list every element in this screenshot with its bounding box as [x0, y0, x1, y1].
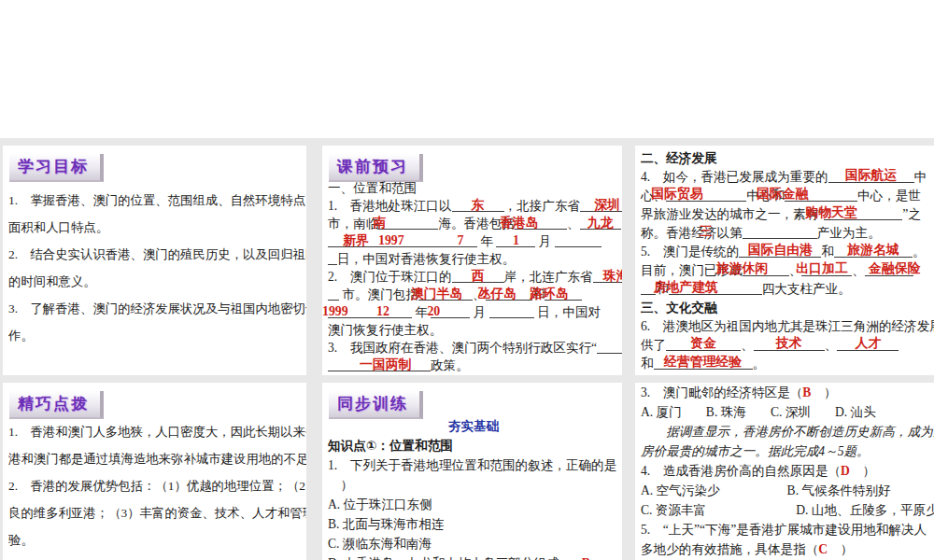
answer-text: 三 — [700, 222, 713, 241]
quiz-questions-body: 3. 澳门毗邻的经济特区是（B ）A. 厦门B. 珠海C. 深圳D. 汕头 据调… — [635, 383, 934, 560]
fill-in-blank: 氹仔岛 — [486, 287, 532, 301]
text-span: 二、经济发展 — [641, 151, 717, 165]
text-span: 5. “上天”“下海”是香港扩展城市建设用地和解决人 — [641, 523, 927, 537]
text-line: 1. 下列关于香港地理位置和范围的叙述，正确的是（A — [328, 455, 619, 475]
header-row: 学习目标 — [3, 146, 306, 179]
text-line: 澳门恢复行使主权。 — [328, 321, 619, 339]
text-span: ，北接广东省 — [504, 199, 581, 213]
sync-training-header: 同步训练 — [329, 391, 423, 419]
text-span: 澳门恢复行使主权。 — [328, 323, 442, 337]
fill-in-blank — [489, 305, 534, 318]
answer-text: 澳门半岛 — [411, 285, 462, 302]
fill-in-blank: 一国两制 — [328, 358, 431, 371]
text-span: 和 — [821, 245, 834, 259]
text-line: 目前，澳门已形成旅游休闲、出口加工、金融保险 — [641, 261, 931, 280]
header-row: 同步训练 — [322, 383, 622, 416]
panel-sync-training: 同步训练 夯实基础知识点①：位置和范围1. 下列关于香港地理位置和范围的叙述，正… — [322, 383, 622, 560]
text-line: 验。 — [8, 526, 304, 553]
text-span: D. 由香港岛、九龙和大屿山岛三部分组成 — [328, 556, 559, 560]
answer-text: 旅游休闲 — [716, 259, 768, 278]
fill-in-blank: 九龙 — [580, 217, 621, 230]
text-line: 据调查显示，香港房价不断创造历史新高，成为全球 — [641, 422, 931, 441]
fill-in-blank: 旅游名城 — [834, 245, 913, 258]
answer-text: 1999 — [322, 302, 348, 320]
text-span: 面积和人口特点。 — [8, 220, 108, 234]
text-span: 界旅游业发达的城市之一，素有“ — [641, 207, 824, 221]
text-span: D. 汕头 — [835, 405, 876, 419]
text-span: 的时间和意义。 — [8, 274, 96, 288]
answer-text: 东 — [472, 196, 485, 214]
text-span: 2. 香港的发展优势包括：（1）优越的地理位置；（2）优 — [8, 479, 306, 493]
fill-in-blank: 南 — [378, 217, 438, 230]
learning-goals-header: 学习目标 — [9, 154, 104, 182]
text-span: ） — [828, 542, 853, 556]
fill-in-blank: 国际航运 — [828, 170, 914, 183]
answer-text: 国际贸易 — [651, 185, 702, 203]
fill-in-blank: 出口加工 — [801, 263, 852, 276]
text-span: 验。 — [8, 533, 34, 547]
panel-preclass-preview: 课前预习 一、位置和范围1. 香港地处珠江口以东，北接广东省深圳市，南临南海。香… — [322, 146, 622, 375]
slide-page: { "colors":{"answer_red":"#cf2318","head… — [0, 0, 934, 560]
text-line: 和经营管理经验。 — [641, 355, 931, 373]
text-line: 夯实基础 — [328, 416, 619, 436]
fill-in-blank: 1999 — [328, 305, 380, 318]
panel-economic-development: 二、经济发展4. 如今，香港已发展成为重要的国际航运中心、国际贸易中心和国际金融… — [635, 146, 934, 375]
fill-in-blank: 东 — [452, 199, 504, 212]
answer-text: 国际自由港 — [748, 241, 813, 259]
text-span: 市。澳门包括 — [339, 287, 418, 301]
text-line: D. 由香港岛、九龙和大屿山岛三部分组成B — [328, 553, 619, 560]
text-span: 房价最贵的城市之一。据此完成4～5题。 — [641, 444, 870, 458]
answer-text: 深圳 — [594, 196, 620, 214]
text-line: 心、国际贸易中心和国际金融中心，是世 — [641, 187, 931, 205]
text-span: 5. 澳门是传统的 — [641, 245, 739, 259]
fill-in-blank: 金融保险 — [865, 263, 913, 276]
answer-text: 购物天堂 — [805, 203, 856, 222]
text-span: 3. 澳门毗邻的经济特区是（ — [641, 385, 802, 399]
text-span: 中 — [914, 170, 927, 184]
text-line: 市。澳门包括澳门半岛、氹仔岛和路环岛 — [328, 286, 619, 303]
answer-text: 南 — [373, 214, 386, 231]
text-line: 2. 澳门位于珠江口的西岸，北连广东省珠海 — [328, 268, 619, 286]
text-span: 良的维多利亚港；（3）丰富的资金、技术、人才和管理经 — [8, 506, 306, 520]
text-span: 、 — [825, 338, 838, 352]
text-span: 3. 了解香港、澳门的经济发展状况及与祖国内地密切合 — [8, 301, 306, 315]
fill-in-blank: 12 — [380, 305, 412, 318]
answer-text: 经营管理经验 — [664, 353, 742, 371]
answer-text: 1 — [513, 231, 519, 249]
text-span: B. 珠海 — [706, 405, 746, 419]
text-line: 二、经济发展 — [641, 149, 931, 168]
text-line: 199912 年 20 月 日，中国对 — [328, 303, 619, 321]
answer-text: 路环岛 — [530, 285, 569, 302]
text-span: C. 资源丰富 — [641, 503, 706, 517]
text-span: 、 — [567, 217, 580, 231]
text-line: 和房地产建筑四大支柱产业。 — [641, 280, 931, 299]
text-line: 的时间和意义。 — [8, 268, 304, 295]
text-line: 5. 澳门是传统的国际自由港和旅游名城。 — [641, 243, 931, 261]
text-span: A. 厦门 — [641, 405, 682, 419]
text-line: 港和澳门都是通过填海造地来弥补城市建设用地的不足。 — [8, 445, 304, 472]
fill-in-blank: 国际自由港 — [739, 245, 821, 258]
text-span: 中心，是世 — [857, 189, 921, 203]
text-line: 3. 我国政府在香港、澳门两个特别行政区实行“ — [328, 339, 619, 357]
text-line: 3. 澳门毗邻的经济特区是（B ） — [641, 383, 931, 402]
text-span: A. 位于珠江口东侧 — [328, 497, 432, 511]
answer-text: 人才 — [856, 334, 882, 353]
text-line: 1. 香港和澳门人多地狭，人口密度大，因此长期以来香 — [8, 418, 304, 445]
fill-in-blank: 香港岛 — [515, 217, 567, 230]
text-span: 据调查显示，香港房价不断创造历史新高，成为全球 — [641, 425, 934, 439]
text-span: 多地少的有效措施，具体是指（ — [641, 542, 818, 556]
text-line: A. 厦门B. 珠海C. 深圳D. 汕头 — [641, 402, 931, 422]
text-span: 2. 澳门位于珠江口的 — [328, 270, 452, 284]
panel-quiz-questions: 3. 澳门毗邻的经济特区是（B ）A. 厦门B. 珠海C. 深圳D. 汕头 据调… — [635, 383, 934, 560]
text-span: B. 气候条件特别好 — [787, 483, 891, 497]
answer-letter: C — [818, 542, 828, 556]
header-row: 课前预习 — [322, 146, 622, 179]
text-span: 知识点①：位置和范围 — [328, 439, 453, 453]
fill-in-blank: 人才 — [837, 338, 899, 351]
text-span: ） — [850, 464, 875, 478]
text-span: 四大支柱产业。 — [762, 282, 851, 296]
fill-in-blank: 珠海 — [593, 270, 622, 283]
fill-in-blank: 旅游休闲 — [743, 263, 789, 276]
text-span: 4. 如今，香港已发展成为重要的 — [641, 170, 828, 184]
text-span: 4. 造成香港房价高的自然原因是（ — [641, 464, 841, 478]
